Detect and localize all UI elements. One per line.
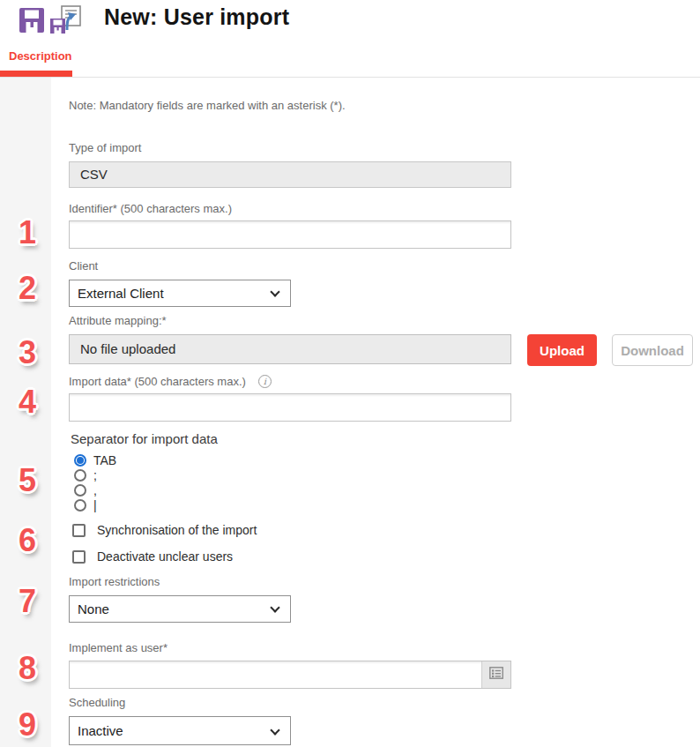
tab-active-underline — [0, 71, 72, 77]
radio-icon[interactable] — [74, 469, 86, 482]
scheduling-label: Scheduling — [69, 696, 291, 709]
download-button[interactable]: Download — [612, 334, 693, 366]
attribute-mapping-status: No file uploaded — [69, 334, 511, 364]
annotation-9: 9 — [9, 706, 46, 744]
scheduling-select[interactable]: Inactive — [69, 716, 291, 745]
save-icon — [19, 20, 44, 35]
page-title: New: User import — [104, 4, 289, 30]
chevron-down-icon — [270, 287, 279, 296]
identifier-label: Identifier* (500 characters max.) — [69, 202, 511, 215]
annotation-7: 7 — [9, 582, 46, 621]
radio-icon[interactable] — [74, 484, 86, 497]
client-label: Client — [69, 259, 291, 273]
import-restrictions-label: Import restrictions — [69, 575, 291, 588]
implement-as-user-input[interactable] — [70, 661, 481, 688]
separator-label: Separator for import data — [71, 431, 218, 446]
import-data-label: Import data* (500 characters max.) — [69, 375, 246, 388]
tab-divider — [0, 77, 700, 78]
chevron-down-icon — [270, 602, 279, 612]
tab-description[interactable]: Description — [9, 49, 72, 63]
radio-icon[interactable] — [74, 499, 86, 512]
identifier-input[interactable] — [69, 220, 511, 249]
save-and-back-button[interactable] — [49, 5, 83, 35]
save-button[interactable] — [19, 8, 44, 33]
save-and-back-icon — [49, 23, 83, 38]
separator-option-comma[interactable]: , — [74, 482, 218, 497]
type-of-import-field: CSV — [69, 161, 511, 188]
upload-button[interactable]: Upload — [527, 334, 597, 366]
annotation-5: 5 — [9, 461, 46, 500]
deactivate-users-checkbox-row[interactable]: Deactivate unclear users — [72, 549, 233, 564]
separator-option-semicolon[interactable]: ; — [74, 467, 218, 482]
separator-option-tab[interactable]: TAB — [74, 452, 218, 467]
checkbox-icon[interactable] — [72, 524, 86, 537]
annotation-1: 1 — [9, 213, 46, 252]
implement-as-user-field — [69, 661, 511, 689]
attribute-mapping-label: Attribute mapping:* — [69, 314, 511, 327]
chevron-down-icon — [270, 725, 279, 735]
separator-option-pipe[interactable]: | — [74, 497, 218, 512]
sync-import-label: Synchronisation of the import — [97, 523, 257, 537]
user-import-page: New: User import Description 1 2 3 4 5 6… — [0, 0, 700, 747]
import-restrictions-selected-value: None — [78, 601, 109, 616]
scheduling-selected-value: Inactive — [78, 723, 123, 738]
implement-as-user-label: Implement as user* — [69, 641, 511, 654]
radio-selected-icon[interactable] — [74, 454, 86, 467]
deactivate-users-label: Deactivate unclear users — [97, 549, 233, 564]
sync-import-checkbox-row[interactable]: Synchronisation of the import — [72, 523, 257, 537]
annotation-2: 2 — [9, 269, 46, 308]
annotation-4: 4 — [9, 383, 46, 422]
mandatory-fields-note: Note: Mandatory fields are marked with a… — [69, 99, 346, 112]
checkbox-icon[interactable] — [72, 550, 86, 564]
client-select[interactable]: External Client — [69, 280, 291, 307]
import-restrictions-select[interactable]: None — [69, 595, 291, 623]
annotation-8: 8 — [9, 649, 46, 688]
annotation-6: 6 — [9, 521, 46, 560]
import-data-input[interactable] — [69, 393, 511, 422]
type-of-import-label: Type of import — [69, 141, 511, 154]
info-icon[interactable]: i — [258, 375, 272, 388]
list-icon — [489, 667, 503, 683]
user-lookup-button[interactable] — [481, 661, 510, 688]
annotation-3: 3 — [9, 333, 46, 372]
client-selected-value: External Client — [78, 286, 164, 301]
